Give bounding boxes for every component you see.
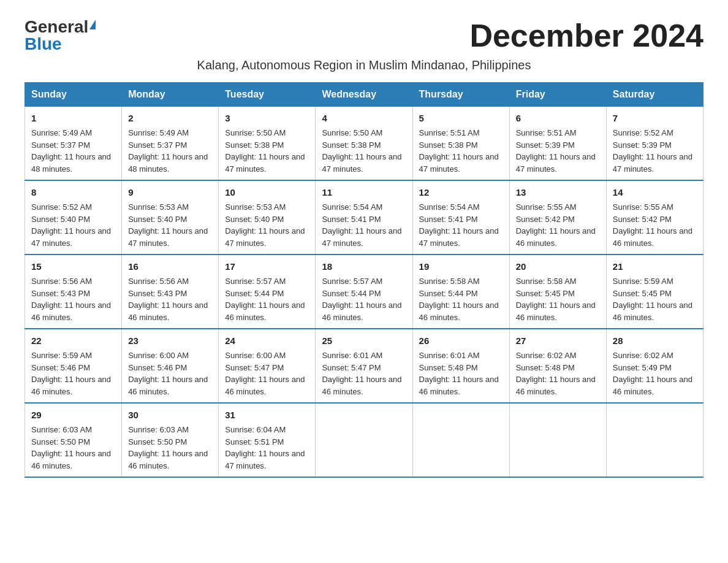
calendar-cell: 15Sunrise: 5:56 AMSunset: 5:43 PMDayligh… (25, 255, 122, 329)
calendar-header-wednesday: Wednesday (316, 83, 412, 107)
day-info: Sunrise: 5:49 AMSunset: 5:37 PMDaylight:… (128, 128, 208, 174)
calendar-cell: 20Sunrise: 5:58 AMSunset: 5:45 PMDayligh… (509, 255, 606, 329)
calendar-cell: 22Sunrise: 5:59 AMSunset: 5:46 PMDayligh… (25, 329, 122, 403)
calendar-cell: 31Sunrise: 6:04 AMSunset: 5:51 PMDayligh… (219, 403, 316, 477)
calendar-cell: 16Sunrise: 5:56 AMSunset: 5:43 PMDayligh… (122, 255, 219, 329)
calendar-cell: 8Sunrise: 5:52 AMSunset: 5:40 PMDaylight… (25, 180, 122, 255)
day-number: 25 (322, 334, 406, 348)
day-info: Sunrise: 5:52 AMSunset: 5:39 PMDaylight:… (613, 128, 692, 174)
calendar-cell: 11Sunrise: 5:54 AMSunset: 5:41 PMDayligh… (316, 180, 412, 255)
calendar-cell: 7Sunrise: 5:52 AMSunset: 5:39 PMDaylight… (606, 107, 703, 181)
calendar-cell (412, 403, 509, 477)
day-number: 17 (225, 260, 309, 274)
calendar-cell (316, 403, 412, 477)
calendar-week-row: 8Sunrise: 5:52 AMSunset: 5:40 PMDaylight… (25, 180, 703, 255)
day-number: 1 (31, 112, 115, 125)
calendar-cell (606, 403, 703, 477)
day-info: Sunrise: 5:57 AMSunset: 5:44 PMDaylight:… (322, 277, 401, 322)
calendar-week-row: 29Sunrise: 6:03 AMSunset: 5:50 PMDayligh… (25, 403, 703, 477)
day-info: Sunrise: 5:59 AMSunset: 5:46 PMDaylight:… (31, 351, 111, 396)
day-info: Sunrise: 5:49 AMSunset: 5:37 PMDaylight:… (31, 128, 111, 174)
calendar-cell: 2Sunrise: 5:49 AMSunset: 5:37 PMDaylight… (122, 107, 219, 181)
calendar-cell: 27Sunrise: 6:02 AMSunset: 5:48 PMDayligh… (509, 329, 606, 403)
calendar-cell: 24Sunrise: 6:00 AMSunset: 5:47 PMDayligh… (219, 329, 316, 403)
logo: General Blue (25, 18, 96, 53)
day-info: Sunrise: 6:02 AMSunset: 5:49 PMDaylight:… (613, 351, 692, 396)
calendar-cell (509, 403, 606, 477)
logo-general-text: General (25, 18, 88, 36)
day-info: Sunrise: 5:53 AMSunset: 5:40 PMDaylight:… (128, 202, 208, 248)
day-number: 22 (31, 334, 115, 348)
logo-blue-text: Blue (25, 36, 62, 53)
calendar-cell: 14Sunrise: 5:55 AMSunset: 5:42 PMDayligh… (606, 180, 703, 255)
day-number: 15 (31, 260, 115, 274)
day-number: 24 (225, 334, 309, 348)
day-number: 3 (225, 112, 309, 125)
calendar-table: SundayMondayTuesdayWednesdayThursdayFrid… (25, 82, 703, 478)
calendar-header-friday: Friday (509, 83, 606, 107)
calendar-cell: 9Sunrise: 5:53 AMSunset: 5:40 PMDaylight… (122, 180, 219, 255)
day-number: 9 (128, 186, 212, 199)
day-number: 14 (613, 186, 697, 199)
day-info: Sunrise: 6:00 AMSunset: 5:47 PMDaylight:… (225, 351, 305, 396)
day-number: 18 (322, 260, 406, 274)
page-title: December 2024 (469, 18, 703, 53)
calendar-cell: 26Sunrise: 6:01 AMSunset: 5:48 PMDayligh… (412, 329, 509, 403)
day-number: 8 (31, 186, 115, 199)
calendar-week-row: 22Sunrise: 5:59 AMSunset: 5:46 PMDayligh… (25, 329, 703, 403)
calendar-header-monday: Monday (122, 83, 219, 107)
day-number: 20 (516, 260, 600, 274)
day-number: 2 (128, 112, 212, 125)
day-number: 11 (322, 186, 406, 199)
calendar-header-saturday: Saturday (606, 83, 703, 107)
day-info: Sunrise: 6:03 AMSunset: 5:50 PMDaylight:… (31, 425, 111, 470)
calendar-cell: 19Sunrise: 5:58 AMSunset: 5:44 PMDayligh… (412, 255, 509, 329)
day-info: Sunrise: 5:54 AMSunset: 5:41 PMDaylight:… (322, 202, 401, 248)
day-info: Sunrise: 5:59 AMSunset: 5:45 PMDaylight:… (613, 277, 692, 322)
day-info: Sunrise: 5:57 AMSunset: 5:44 PMDaylight:… (225, 277, 305, 322)
logo-triangle-icon (89, 20, 96, 29)
calendar-cell: 4Sunrise: 5:50 AMSunset: 5:38 PMDaylight… (316, 107, 412, 181)
calendar-header-sunday: Sunday (25, 83, 122, 107)
calendar-cell: 28Sunrise: 6:02 AMSunset: 5:49 PMDayligh… (606, 329, 703, 403)
calendar-header-tuesday: Tuesday (219, 83, 316, 107)
calendar-header-row: SundayMondayTuesdayWednesdayThursdayFrid… (25, 83, 703, 107)
calendar-cell: 13Sunrise: 5:55 AMSunset: 5:42 PMDayligh… (509, 180, 606, 255)
calendar-cell: 30Sunrise: 6:03 AMSunset: 5:50 PMDayligh… (122, 403, 219, 477)
calendar-cell: 12Sunrise: 5:54 AMSunset: 5:41 PMDayligh… (412, 180, 509, 255)
day-info: Sunrise: 6:03 AMSunset: 5:50 PMDaylight:… (128, 425, 208, 470)
calendar-cell: 21Sunrise: 5:59 AMSunset: 5:45 PMDayligh… (606, 255, 703, 329)
day-info: Sunrise: 5:56 AMSunset: 5:43 PMDaylight:… (31, 277, 111, 322)
day-info: Sunrise: 6:00 AMSunset: 5:46 PMDaylight:… (128, 351, 208, 396)
page-header: General Blue December 2024 (25, 18, 703, 53)
calendar-cell: 6Sunrise: 5:51 AMSunset: 5:39 PMDaylight… (509, 107, 606, 181)
day-number: 6 (516, 112, 600, 125)
day-info: Sunrise: 6:01 AMSunset: 5:48 PMDaylight:… (419, 351, 499, 396)
day-info: Sunrise: 5:55 AMSunset: 5:42 PMDaylight:… (613, 202, 692, 248)
day-info: Sunrise: 6:04 AMSunset: 5:51 PMDaylight:… (225, 425, 305, 470)
calendar-cell: 29Sunrise: 6:03 AMSunset: 5:50 PMDayligh… (25, 403, 122, 477)
calendar-cell: 5Sunrise: 5:51 AMSunset: 5:38 PMDaylight… (412, 107, 509, 181)
day-number: 16 (128, 260, 212, 274)
day-number: 5 (419, 112, 503, 125)
calendar-cell: 25Sunrise: 6:01 AMSunset: 5:47 PMDayligh… (316, 329, 412, 403)
day-info: Sunrise: 5:58 AMSunset: 5:45 PMDaylight:… (516, 277, 596, 322)
day-number: 26 (419, 334, 503, 348)
day-info: Sunrise: 5:50 AMSunset: 5:38 PMDaylight:… (225, 128, 305, 174)
page-subtitle: Kalang, Autonomous Region in Muslim Mind… (25, 58, 703, 72)
day-number: 19 (419, 260, 503, 274)
day-number: 29 (31, 408, 115, 422)
day-info: Sunrise: 5:51 AMSunset: 5:38 PMDaylight:… (419, 128, 499, 174)
day-number: 28 (613, 334, 697, 348)
calendar-cell: 18Sunrise: 5:57 AMSunset: 5:44 PMDayligh… (316, 255, 412, 329)
day-info: Sunrise: 5:52 AMSunset: 5:40 PMDaylight:… (31, 202, 111, 248)
calendar-cell: 23Sunrise: 6:00 AMSunset: 5:46 PMDayligh… (122, 329, 219, 403)
day-info: Sunrise: 5:51 AMSunset: 5:39 PMDaylight:… (516, 128, 596, 174)
day-info: Sunrise: 6:02 AMSunset: 5:48 PMDaylight:… (516, 351, 596, 396)
calendar-week-row: 15Sunrise: 5:56 AMSunset: 5:43 PMDayligh… (25, 255, 703, 329)
day-number: 23 (128, 334, 212, 348)
calendar-cell: 17Sunrise: 5:57 AMSunset: 5:44 PMDayligh… (219, 255, 316, 329)
calendar-cell: 3Sunrise: 5:50 AMSunset: 5:38 PMDaylight… (219, 107, 316, 181)
day-number: 12 (419, 186, 503, 199)
day-info: Sunrise: 6:01 AMSunset: 5:47 PMDaylight:… (322, 351, 401, 396)
